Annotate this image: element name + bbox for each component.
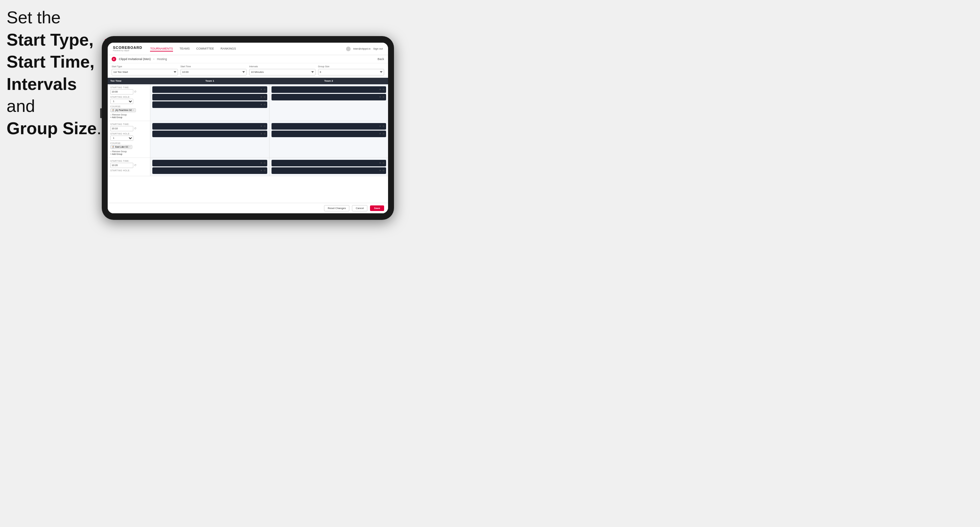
start-time-control: Start Time 10:00 <box>181 65 247 75</box>
slot-remove-icon[interactable]: ✕ <box>379 96 381 98</box>
player-slot[interactable]: ✕ ⚙ <box>272 160 386 167</box>
slot-remove-icon[interactable]: ✕ <box>260 133 262 135</box>
starting-time-input-2[interactable] <box>110 126 133 131</box>
col-team1: Team 1 <box>150 78 269 84</box>
action-links-1: ○ Remove Group + Add Group <box>110 114 147 119</box>
clock-icon-2: ⏱ <box>134 127 137 130</box>
player-slot[interactable]: ✕ ⚙ <box>152 102 267 108</box>
player-slot[interactable]: ✕ ⚙ <box>152 167 267 174</box>
slot-edit-icon: ⚙ <box>264 96 266 98</box>
intervals-select[interactable]: 10 Minutes <box>249 69 315 75</box>
breadcrumb-separator: › <box>153 57 154 61</box>
add-group-link-1[interactable]: + Add Group <box>110 116 147 119</box>
table-row: STARTING TIME: ⏱ STARTING HOLE: 1 COURSE… <box>108 121 388 158</box>
tablet-screen: SCOREBOARD Powered by clippd TOURNAMENTS… <box>108 43 388 213</box>
player-slot[interactable]: ✕ ⚙ <box>272 167 386 174</box>
team1-col-2: ✕ ⚙ ✕ ⚙ <box>150 121 269 157</box>
breadcrumb-tournament[interactable]: Clippd Invitational (Men) <box>119 57 151 61</box>
team2-col-2: ✕ ⚙ ✕ ⚙ <box>269 121 388 157</box>
start-time-select[interactable]: 10:00 <box>181 69 247 75</box>
intervals-label: Intervals <box>249 65 315 68</box>
course-remove-2[interactable]: × <box>129 146 130 148</box>
team1-col-1: ✕ ⚙ ✕ ⚙ ✕ ⚙ <box>150 84 269 121</box>
player-slot[interactable]: ✕ ⚙ <box>272 130 386 137</box>
slot-edit-icon: ⚙ <box>382 125 385 128</box>
breadcrumb-logo: C <box>111 57 116 61</box>
starting-hole-row-2: 1 <box>110 135 147 141</box>
instruction-line1: Set the Start Type, <box>6 8 94 49</box>
slot-edit-icon: ⚙ <box>382 96 385 98</box>
instruction-bold-intervals: Intervals <box>6 75 77 94</box>
start-time-label: Start Time <box>181 65 247 68</box>
slot-remove-icon[interactable]: ✕ <box>260 162 262 164</box>
user-avatar <box>346 47 351 51</box>
player-slot[interactable]: ✕ ⚙ <box>152 86 267 93</box>
starting-time-input-1[interactable] <box>110 89 133 95</box>
controls-bar: Start Type 1st Tee Start Start Time 10:0… <box>108 63 388 78</box>
course-name-2: East Lake GC <box>115 146 128 148</box>
instruction-bold-starttime: Start Time, <box>6 52 95 71</box>
nav-teams[interactable]: TEAMS <box>180 46 190 51</box>
slot-edit-icon: ⚙ <box>264 88 266 91</box>
nav-rankings[interactable]: RANKINGS <box>221 46 236 51</box>
slot-edit-icon: ⚙ <box>382 169 385 172</box>
slot-edit-icon: ⚙ <box>264 133 266 135</box>
slot-remove-icon[interactable]: ✕ <box>379 162 381 164</box>
starting-time-input-3[interactable] <box>110 163 133 168</box>
slot-edit-icon: ⚙ <box>264 169 266 172</box>
nav-right: blair@clippd.io Sign out <box>346 47 383 51</box>
course-label-2: COURSE: <box>110 142 147 144</box>
start-type-label: Start Type <box>111 65 178 68</box>
slot-remove-icon[interactable]: ✕ <box>379 169 381 172</box>
cancel-button[interactable]: Cancel <box>352 205 368 211</box>
back-button[interactable]: Back <box>377 57 384 61</box>
tee-sidebar-3: STARTING TIME: ⏱ STARTING HOLE: <box>108 158 150 176</box>
user-email: blair@clippd.io <box>353 47 371 50</box>
col-team2: Team 2 <box>269 78 388 84</box>
team1-col-3: ✕ ⚙ ✕ ⚙ <box>150 158 269 176</box>
player-slot[interactable]: ✕ ⚙ <box>272 123 386 130</box>
remove-group-link-2[interactable]: ○ Remove Group <box>110 150 147 152</box>
slot-remove-icon[interactable]: ✕ <box>379 88 381 91</box>
table-body: STARTING TIME: ⏱ STARTING HOLE: 1 COURSE… <box>108 84 388 203</box>
reset-changes-button[interactable]: Reset Changes <box>324 205 349 211</box>
slot-edit-icon: ⚙ <box>382 162 385 164</box>
start-type-select[interactable]: 1st Tee Start <box>111 69 178 75</box>
group-size-control: Group Size 3 <box>318 65 385 75</box>
slot-edit-icon: ⚙ <box>264 125 266 128</box>
slot-remove-icon[interactable]: ✕ <box>379 133 381 135</box>
save-button[interactable]: Save <box>370 205 384 211</box>
instruction-period: . <box>97 119 101 138</box>
starting-time-label-3: STARTING TIME: <box>110 160 147 162</box>
slot-remove-icon[interactable]: ✕ <box>260 103 262 106</box>
slot-remove-icon[interactable]: ✕ <box>260 169 262 172</box>
player-slot[interactable]: ✕ ⚙ <box>152 123 267 130</box>
starting-hole-select-1[interactable]: 1 <box>110 99 133 104</box>
course-label-1: COURSE: <box>110 105 147 108</box>
player-slot[interactable]: ✕ ⚙ <box>152 94 267 100</box>
course-remove-1[interactable]: × <box>133 109 134 111</box>
nav-committee[interactable]: COMMITTEE <box>196 46 214 51</box>
course-badge-2: 🏌 East Lake GC × <box>110 145 132 149</box>
nav-tournaments[interactable]: TOURNAMENTS <box>150 46 173 51</box>
slot-remove-icon[interactable]: ✕ <box>260 125 262 128</box>
remove-group-link-1[interactable]: ○ Remove Group <box>110 114 147 116</box>
group-size-label: Group Size <box>318 65 385 68</box>
player-slot[interactable]: ✕ ⚙ <box>152 130 267 137</box>
action-links-2: ○ Remove Group + Add Group <box>110 150 147 155</box>
slot-remove-icon[interactable]: ✕ <box>379 125 381 128</box>
slot-remove-icon[interactable]: ✕ <box>260 88 262 91</box>
slot-edit-icon: ⚙ <box>264 103 266 106</box>
starting-time-row-2: ⏱ <box>110 126 147 131</box>
sign-out-link[interactable]: Sign out <box>373 47 383 50</box>
logo-area: SCOREBOARD Powered by clippd <box>113 46 142 51</box>
player-slot[interactable]: ✕ ⚙ <box>272 94 386 100</box>
group-size-select[interactable]: 3 <box>318 69 385 75</box>
breadcrumb-bar: C Clippd Invitational (Men) › Hosting Ba… <box>108 55 388 63</box>
add-group-link-2[interactable]: + Add Group <box>110 153 147 155</box>
course-row-1: 🏌 (A) Peachtree GC × <box>110 108 147 112</box>
starting-hole-select-2[interactable]: 1 <box>110 135 133 141</box>
slot-remove-icon[interactable]: ✕ <box>260 96 262 98</box>
player-slot[interactable]: ✕ ⚙ <box>152 160 267 167</box>
player-slot[interactable]: ✕ ⚙ <box>272 86 386 93</box>
